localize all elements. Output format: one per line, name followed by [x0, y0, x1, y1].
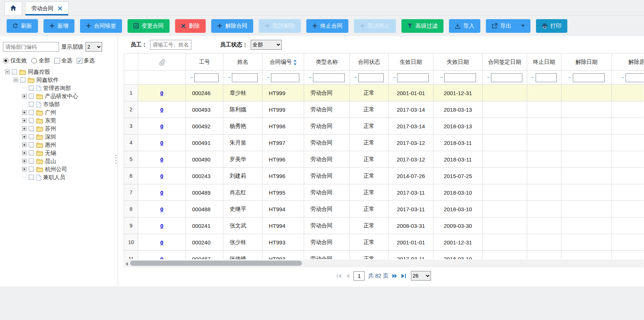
tree-item[interactable]: 无锡 — [3, 149, 118, 157]
expand-icon[interactable] — [22, 159, 27, 163]
tree-item[interactable]: 苏州 — [3, 125, 118, 133]
attachment-link[interactable]: 0 — [160, 206, 163, 212]
tree-item[interactable]: 管理咨询部 — [3, 84, 118, 92]
table-row[interactable]: 40000491朱月笛HT997劳动合同正常2017-03-122018-03-… — [124, 135, 644, 151]
filter-input-contract_status[interactable] — [358, 73, 384, 82]
expand-icon[interactable] — [22, 151, 27, 155]
tab-labor-contract[interactable]: 劳动合同 — [25, 1, 69, 15]
collapse-icon[interactable] — [5, 70, 10, 74]
tree-checkbox[interactable] — [29, 94, 34, 99]
tree-checkbox[interactable] — [12, 69, 17, 74]
first-page-icon[interactable] — [337, 274, 342, 278]
table-row[interactable]: 70000489肖志红HT995劳动合同正常2017-03-112018-03-… — [124, 184, 644, 201]
expand-icon[interactable] — [22, 110, 27, 115]
table-row[interactable]: 110000487张伟锋HT993劳动合同正常2017-03-112018-03… — [124, 251, 644, 260]
tree-item[interactable]: 杭州公司 — [3, 165, 118, 173]
filter-input-contract_no[interactable] — [271, 73, 299, 82]
attachment-link[interactable]: 0 — [160, 140, 163, 146]
expand-icon[interactable] — [22, 135, 27, 139]
select-all-checkbox[interactable] — [54, 58, 60, 64]
tree-checkbox[interactable] — [29, 118, 34, 123]
expand-icon[interactable] — [22, 118, 27, 123]
attachment-link[interactable]: 0 — [160, 239, 163, 246]
advanced-filter-button[interactable]: 高级过滤 — [401, 19, 443, 33]
tree-checkbox[interactable] — [29, 102, 34, 107]
tree-checkbox[interactable] — [20, 77, 25, 83]
expand-icon[interactable] — [22, 126, 27, 131]
home-tab[interactable] — [4, 1, 22, 15]
tree-item[interactable]: 兼职人员 — [3, 173, 118, 181]
multi-select-checkbox[interactable] — [77, 58, 83, 64]
tree-item[interactable]: 惠州 — [3, 141, 118, 149]
dept-code-input[interactable] — [3, 42, 59, 52]
release-contract-button[interactable]: 解除合同 — [211, 19, 253, 33]
add-button[interactable]: 新增 — [43, 19, 74, 33]
expand-icon[interactable] — [22, 167, 27, 171]
prev-page-icon[interactable] — [345, 274, 350, 278]
tree-item[interactable]: 深圳 — [3, 133, 118, 141]
tree-checkbox[interactable] — [29, 175, 34, 180]
attachment-link[interactable]: 0 — [160, 173, 163, 179]
tree-checkbox[interactable] — [29, 159, 34, 164]
tree-item[interactable]: 昆山 — [3, 157, 118, 165]
filter-input-emp_no[interactable] — [194, 73, 219, 82]
table-row[interactable]: 60000243刘建莉HT996劳动合同正常2014-07-262015-07-… — [124, 168, 644, 184]
expand-icon[interactable] — [22, 143, 27, 147]
attachment-link[interactable]: 0 — [160, 223, 163, 229]
filter-input-sign_date[interactable] — [491, 73, 522, 82]
attachment-link[interactable]: 0 — [160, 256, 163, 260]
panel-splitter-handle[interactable] — [115, 155, 116, 164]
tree-item[interactable]: 市场部 — [3, 100, 118, 108]
collapse-icon[interactable] — [14, 78, 18, 82]
table-row[interactable]: 50000490罗美华HT996劳动合同正常2017-03-122018-03-… — [124, 151, 644, 168]
renew-contract-button[interactable]: 合同续签 — [80, 19, 122, 33]
page-size-select[interactable]: 26 — [411, 271, 431, 281]
horizontal-scrollbar[interactable] — [124, 260, 644, 267]
filter-input-release_date[interactable] — [573, 73, 605, 82]
sort-icon[interactable] — [293, 59, 297, 66]
employee-status-select[interactable]: 全部 — [251, 40, 282, 50]
attachment-link[interactable]: 0 — [160, 156, 163, 163]
tree-checkbox[interactable] — [29, 126, 34, 131]
filter-input-name[interactable] — [232, 73, 258, 82]
print-button[interactable]: 打印 — [536, 19, 567, 33]
tree-item[interactable]: 同鑫软件 — [3, 76, 118, 84]
tree-checkbox[interactable] — [29, 142, 34, 147]
table-row[interactable]: 80000488史继平HT994劳动合同正常2017-03-112018-03-… — [124, 201, 644, 218]
filter-input-type_name[interactable] — [313, 73, 345, 82]
caret-down-icon[interactable] — [517, 25, 525, 27]
delete-button[interactable]: 删除 — [175, 19, 206, 33]
scroll-left-icon[interactable] — [125, 261, 129, 268]
export-button[interactable]: 导出 — [486, 19, 530, 33]
change-contract-button[interactable]: 变更合同 — [128, 19, 170, 33]
page-number-input[interactable] — [354, 271, 365, 281]
table-row[interactable]: 30000492杨秀艳HT998劳动合同正常2017-03-142018-03-… — [124, 118, 644, 135]
filter-input-end_date[interactable] — [444, 73, 476, 82]
scrollbar-thumb[interactable] — [130, 261, 302, 266]
attachment-link[interactable]: 0 — [160, 123, 163, 129]
table-row[interactable]: 10000246章少桂HT999劳动合同正常2001-01-012001-12-… — [124, 85, 644, 101]
col-header-contract_no[interactable]: 合同编号 — [262, 53, 304, 71]
tree-item[interactable]: 产品研发中心 — [3, 92, 118, 100]
tree-checkbox[interactable] — [29, 110, 34, 115]
import-button[interactable]: 导入 — [449, 19, 480, 33]
filter-input-start_date[interactable] — [397, 73, 429, 82]
level-select[interactable]: 2 — [86, 42, 102, 52]
last-page-icon[interactable] — [401, 274, 406, 278]
tree-checkbox[interactable] — [29, 167, 34, 172]
tree-item[interactable]: 广州 — [3, 108, 118, 116]
tab-close-icon[interactable] — [58, 6, 62, 11]
table-row[interactable]: 20000493陈利娥HT999劳动合同正常2017-03-142018-03-… — [124, 101, 644, 118]
radio-all[interactable] — [31, 58, 37, 63]
terminate-contract-button[interactable]: 终止合同 — [306, 19, 348, 33]
attachment-link[interactable]: 0 — [160, 189, 163, 196]
table-row[interactable]: 100000240张少桂HT993劳动合同正常2001-01-012001-12… — [124, 234, 644, 251]
next-page-icon[interactable] — [392, 274, 397, 278]
tree-item[interactable]: 同鑫控股 — [3, 68, 118, 76]
filter-input-terminate_date[interactable] — [536, 73, 557, 82]
expand-icon[interactable] — [22, 94, 27, 98]
table-row[interactable]: 90000241张文武HT994劳动合同正常2008-03-312009-03-… — [124, 218, 644, 234]
tree-checkbox[interactable] — [29, 150, 34, 156]
tree-item[interactable]: 东莞 — [3, 116, 118, 125]
attachment-link[interactable]: 0 — [160, 90, 163, 96]
